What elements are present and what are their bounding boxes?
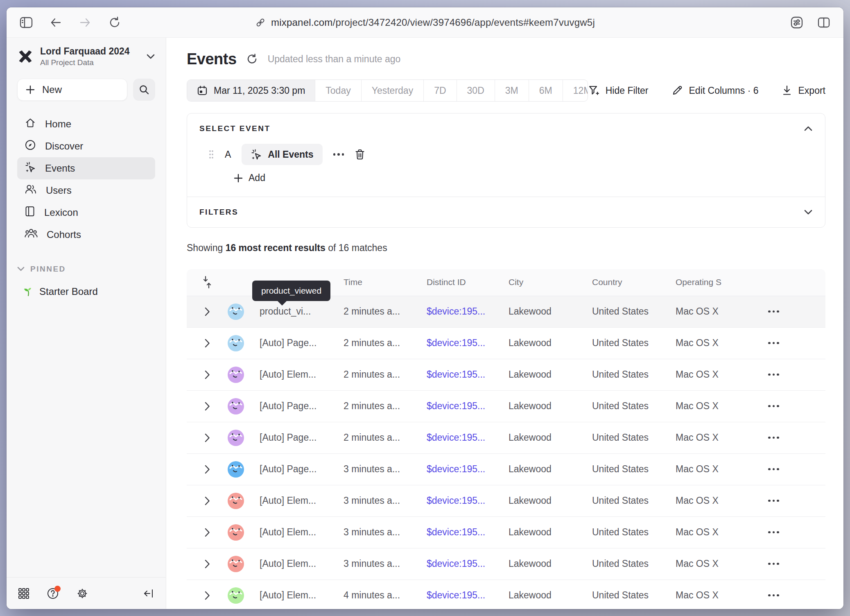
collapse-sidebar-icon[interactable] [143, 588, 154, 599]
chevron-right-icon[interactable] [205, 496, 210, 505]
cell-distinct-id[interactable]: $device:195... [427, 369, 509, 380]
chevron-right-icon[interactable] [205, 402, 210, 411]
row-actions[interactable] [767, 374, 825, 376]
hide-filter-button[interactable]: Hide Filter [588, 85, 649, 96]
chevron-right-icon[interactable] [205, 528, 210, 537]
cell-distinct-id[interactable]: $device:195... [427, 337, 509, 349]
search-icon [139, 84, 149, 95]
sidebar-item-discover[interactable]: Discover [17, 135, 155, 157]
cell-time: 3 minutes a... [344, 558, 427, 569]
sidebar-footer [7, 577, 166, 609]
cell-distinct-id[interactable]: $device:195... [427, 401, 509, 412]
drag-handle-icon[interactable] [208, 149, 214, 160]
cell-distinct-id[interactable]: $device:195... [427, 527, 509, 538]
range-6m[interactable]: 6M [529, 80, 563, 101]
sidebar-item-events[interactable]: Events [17, 157, 155, 179]
sidebar-toggle-icon[interactable] [18, 14, 34, 31]
table-row[interactable]: [Auto] Elem... 3 minutes a... $device:19… [187, 485, 825, 517]
row-actions[interactable] [767, 437, 825, 439]
column-header-city[interactable]: City [509, 277, 592, 287]
table-row[interactable]: [Auto] Elem... 3 minutes a... $device:19… [187, 517, 825, 548]
split-view-icon[interactable] [816, 14, 832, 31]
date-picker[interactable]: Mar 11, 2025 3:30 pm [187, 80, 315, 101]
chevron-right-icon[interactable] [205, 433, 210, 442]
cell-distinct-id[interactable]: $device:195... [427, 432, 509, 443]
row-actions[interactable] [767, 342, 825, 344]
apps-grid-icon[interactable] [18, 588, 29, 599]
range-3m[interactable]: 3M [495, 80, 529, 101]
range-12m[interactable]: 12M [563, 80, 588, 101]
chevron-right-icon[interactable] [205, 307, 210, 316]
cell-country: United States [592, 527, 676, 538]
cell-distinct-id[interactable]: $device:195... [427, 495, 509, 506]
column-header-time[interactable]: Time [344, 277, 427, 287]
help-icon[interactable] [47, 587, 59, 600]
row-actions[interactable] [767, 310, 825, 313]
chevron-right-icon[interactable] [205, 465, 210, 474]
table-row[interactable]: [Auto] Page... 3 minutes a... $device:19… [187, 454, 825, 485]
settings-gear-icon[interactable] [76, 587, 88, 600]
row-expander [187, 402, 228, 411]
edit-columns-button[interactable]: Edit Columns · 6 [671, 85, 759, 96]
table-row[interactable]: [Auto] Elem... 2 minutes a... $device:19… [187, 359, 825, 391]
column-header-country[interactable]: Country [592, 277, 676, 287]
cell-distinct-id[interactable]: $device:195... [427, 306, 509, 317]
forward-button-icon[interactable] [77, 14, 93, 31]
cell-operating-system: Mac OS X [676, 369, 767, 380]
cell-distinct-id[interactable]: $device:195... [427, 558, 509, 569]
chevron-right-icon[interactable] [205, 339, 210, 348]
refresh-icon[interactable] [246, 53, 258, 65]
chevron-right-icon[interactable] [205, 559, 210, 568]
column-header-distinct-id[interactable]: Distinct ID [427, 277, 509, 287]
range-7d[interactable]: 7D [423, 80, 456, 101]
row-actions[interactable] [767, 531, 825, 534]
sidebar: Lord Farquaad 2024 All Project Data New … [7, 38, 166, 609]
event-selector[interactable]: All Events [242, 144, 322, 165]
sidebar-item-cohorts[interactable]: Cohorts [17, 224, 155, 246]
row-actions[interactable] [767, 500, 825, 502]
cell-event-name: [Auto] Page... [260, 401, 344, 412]
table-row[interactable]: [Auto] Elem... 4 minutes a... $device:19… [187, 580, 825, 609]
project-switcher[interactable]: Lord Farquaad 2024 All Project Data [7, 46, 166, 67]
range-30d[interactable]: 30D [457, 80, 495, 101]
back-button-icon[interactable] [47, 14, 64, 31]
sidebar-item-starter-board[interactable]: Starter Board [17, 286, 155, 297]
row-actions[interactable] [767, 405, 825, 408]
pinned-section-header[interactable]: PINNED [17, 265, 155, 274]
mixpanel-logo-icon [17, 48, 34, 65]
table-row[interactable]: [Auto] Page... 2 minutes a... $device:19… [187, 422, 825, 454]
chevron-right-icon[interactable] [205, 591, 210, 600]
sidebar-item-home[interactable]: Home [17, 113, 155, 135]
chevron-right-icon[interactable] [205, 370, 210, 379]
cell-distinct-id[interactable]: $device:195... [427, 464, 509, 475]
event-options-menu[interactable] [333, 153, 344, 156]
cell-time: 3 minutes a... [344, 495, 427, 506]
cell-country: United States [592, 464, 676, 475]
cell-operating-system: Mac OS X [676, 337, 767, 349]
delete-event-icon[interactable] [355, 149, 365, 160]
search-button[interactable] [133, 79, 155, 101]
column-header-operating-s[interactable]: Operating S [676, 277, 767, 287]
cell-distinct-id[interactable]: $device:195... [427, 590, 509, 601]
range-yesterday[interactable]: Yesterday [361, 80, 423, 101]
sort-icon[interactable] [187, 276, 228, 289]
row-actions[interactable] [767, 563, 825, 565]
chevron-down-icon[interactable] [804, 209, 813, 215]
sidebar-item-users[interactable]: Users [17, 179, 155, 202]
cell-event-name: [Auto] Page... [260, 337, 344, 349]
reload-button-icon[interactable] [106, 14, 123, 31]
table-row[interactable]: [Auto] Page... 2 minutes a... $device:19… [187, 391, 825, 422]
table-row[interactable]: [Auto] Page... 2 minutes a... $device:19… [187, 328, 825, 359]
cell-city: Lakewood [509, 369, 592, 380]
sidebar-item-lexicon[interactable]: Lexicon [17, 202, 155, 224]
address-bar[interactable]: mixpanel.com/project/3472420/view/397469… [255, 17, 595, 28]
page-settings-icon[interactable] [789, 14, 805, 31]
row-actions[interactable] [767, 468, 825, 471]
range-today[interactable]: Today [315, 80, 361, 101]
row-actions[interactable] [767, 594, 825, 597]
chevron-up-icon[interactable] [804, 126, 813, 131]
new-button[interactable]: New [17, 79, 127, 101]
add-event-button[interactable]: Add [234, 172, 265, 183]
export-button[interactable]: Export [782, 85, 825, 96]
table-row[interactable]: [Auto] Elem... 3 minutes a... $device:19… [187, 548, 825, 580]
